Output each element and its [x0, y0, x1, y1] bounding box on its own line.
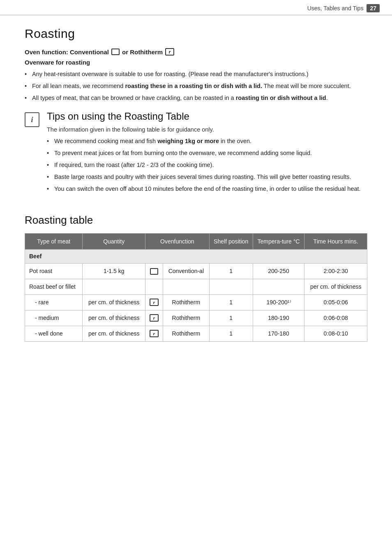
table-row: Pot roast 1-1.5 kg Convention-al 1 200-2… — [25, 264, 367, 279]
tips-bullet-5: You can switch the oven off about 10 min… — [47, 185, 367, 193]
time-roast-beef: per cm. of thickness — [304, 279, 367, 295]
beef-header-cell: Beef — [25, 250, 367, 264]
temp-well-done: 170-180 — [253, 326, 304, 341]
col-header-shelf: Shelf position — [209, 234, 253, 250]
tips-content: Tips on using the Roasting Table The inf… — [47, 111, 367, 202]
temp-rare: 190-200¹⁾ — [253, 294, 304, 310]
table-row: - rare per cm. of thickness r Rothitherm… — [25, 294, 367, 310]
col-header-time: Time Hours mins. — [304, 234, 367, 250]
meat-type-roast-beef: Roast beef or fillet — [25, 279, 83, 295]
time-well-done: 0:08-0:10 — [304, 326, 367, 341]
temp-pot-roast: 200-250 — [253, 264, 304, 279]
tips-bullet-1: We recommend cooking meat and fish weigh… — [47, 137, 367, 146]
page-number: 27 — [367, 4, 380, 12]
icon-cell-medium: r — [145, 310, 163, 326]
quantity-roast-beef — [83, 279, 145, 295]
main-content: Roasting Oven function: Conventional or … — [0, 15, 392, 358]
page-header: Uses, Tables and Tips 27 — [0, 0, 392, 15]
conventional-icon-small — [150, 268, 158, 275]
shelf-roast-beef — [209, 279, 253, 295]
ovenware-bullet-3: All types of meat, that can be browned o… — [25, 94, 367, 102]
tips-title: Tips on using the Roasting Table — [47, 111, 367, 122]
col-header-ovenfunction: Ovenfunction — [145, 234, 210, 250]
info-icon: i — [25, 112, 39, 127]
quantity-well-done: per cm. of thickness — [83, 326, 145, 341]
ovenfunction-medium: Rothitherm — [163, 310, 210, 326]
rothitherm-icon-medium: r — [150, 314, 159, 322]
tips-bullet-4: Baste large roasts and poultry with thei… — [47, 173, 367, 181]
ovenware-title: Ovenware for roasting — [25, 59, 367, 66]
time-medium: 0:06-0:08 — [304, 310, 367, 326]
tips-section: i Tips on using the Roasting Table The i… — [25, 111, 367, 202]
table-row: Roast beef or fillet per cm. of thicknes… — [25, 279, 367, 295]
col-header-meat: Type of meat — [25, 234, 83, 250]
rothitherm-icon: r — [165, 48, 174, 56]
tips-bullet-2: To prevent meat juices or fat from burni… — [47, 149, 367, 158]
time-rare: 0:05-0:06 — [304, 294, 367, 310]
icon-cell-pot-roast — [145, 264, 163, 279]
meat-type-well-done: - well done — [25, 326, 83, 341]
col-header-temp: Tempera-ture °C — [253, 234, 304, 250]
quantity-rare: per cm. of thickness — [83, 294, 145, 310]
table-row: - medium per cm. of thickness r Rothithe… — [25, 310, 367, 326]
oven-function-text: Oven function: Conventional — [25, 49, 109, 56]
rothitherm-icon-rare: r — [150, 299, 159, 306]
table-row: - well done per cm. of thickness r Rothi… — [25, 326, 367, 341]
ovenware-bullet-2: For all lean meats, we recommend roastin… — [25, 82, 367, 90]
roasting-table: Type of meat Quantity Ovenfunction Shelf… — [25, 233, 367, 342]
header-title: Uses, Tables and Tips — [307, 5, 364, 12]
meat-type-rare: - rare — [25, 294, 83, 310]
tips-bullet-3: If required, turn the roast (after 1/2 -… — [47, 161, 367, 169]
tips-bullets: We recommend cooking meat and fish weigh… — [47, 137, 367, 193]
shelf-medium: 1 — [209, 310, 253, 326]
tips-intro: The information given in the following t… — [47, 126, 367, 133]
temp-medium: 180-190 — [253, 310, 304, 326]
temp-roast-beef — [253, 279, 304, 295]
shelf-pot-roast: 1 — [209, 264, 253, 279]
shelf-well-done: 1 — [209, 326, 253, 341]
col-header-quantity: Quantity — [83, 234, 145, 250]
roasting-title: Roasting — [25, 27, 367, 41]
table-header-row: Type of meat Quantity Ovenfunction Shelf… — [25, 234, 367, 250]
icon-cell-rare: r — [145, 294, 163, 310]
info-icon-wrap: i — [25, 112, 39, 202]
ovenfunction-pot-roast: Convention-al — [163, 264, 210, 279]
conventional-icon — [111, 49, 120, 55]
quantity-pot-roast: 1-1.5 kg — [83, 264, 145, 279]
rothitherm-icon-well-done: r — [150, 330, 159, 337]
ovenfunction-rare: Rothitherm — [163, 294, 210, 310]
meat-type-pot-roast: Pot roast — [25, 264, 83, 279]
beef-section-header: Beef — [25, 250, 367, 264]
table-title: Roasting table — [25, 214, 367, 227]
quantity-medium: per cm. of thickness — [83, 310, 145, 326]
meat-type-medium: - medium — [25, 310, 83, 326]
oven-function-line: Oven function: Conventional or Rothither… — [25, 48, 367, 56]
ovenfunction-roast-beef — [163, 279, 210, 295]
ovenware-bullet-1: Any heat-resistant ovenware is suitable … — [25, 70, 367, 79]
header-right: Uses, Tables and Tips 27 — [307, 4, 380, 12]
icon-cell-roast-beef — [145, 279, 163, 295]
ovenware-bullets: Any heat-resistant ovenware is suitable … — [25, 70, 367, 102]
icon-cell-well-done: r — [145, 326, 163, 341]
shelf-rare: 1 — [209, 294, 253, 310]
oven-function-or: or Rothitherm — [122, 49, 163, 56]
time-pot-roast: 2:00-2:30 — [304, 264, 367, 279]
ovenfunction-well-done: Rothitherm — [163, 326, 210, 341]
